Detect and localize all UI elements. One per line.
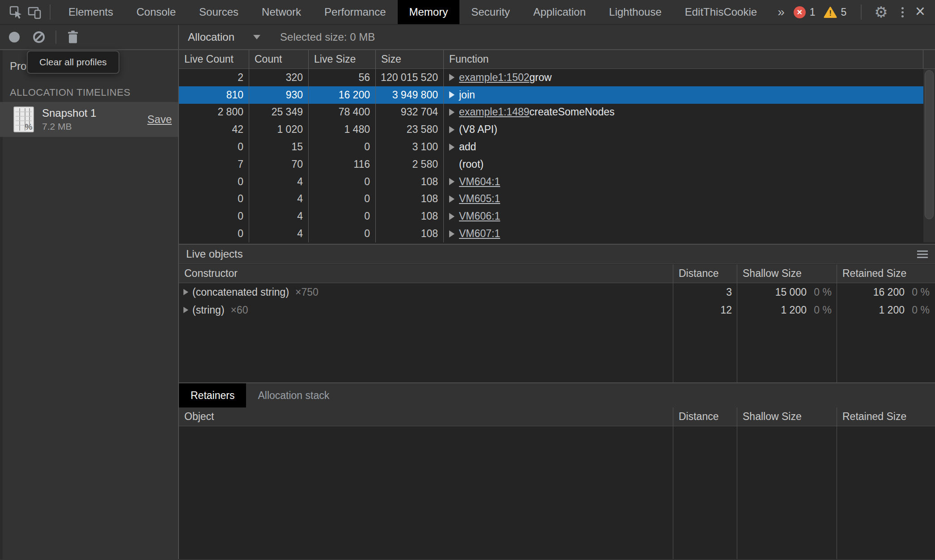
view-mode-select[interactable]: Allocation xyxy=(188,31,234,43)
cell-live-count: 0 xyxy=(179,173,249,191)
toolbar-separator xyxy=(55,30,56,44)
tab-sources[interactable]: Sources xyxy=(187,0,250,24)
table-row[interactable]: (string) ×60 12 1 200 0 % 1 200 0 % xyxy=(179,301,935,319)
cell-count: 4 xyxy=(249,225,309,242)
cell-function: join xyxy=(444,86,923,104)
cell-function: example1:1489 createSomeNodes xyxy=(444,104,923,121)
retained-size-value: 16 200 xyxy=(873,286,905,298)
source-link[interactable]: example1:1489 xyxy=(459,106,529,118)
save-snapshot-link[interactable]: Save xyxy=(147,113,172,126)
retainers-header: Object Distance Shallow Size Retained Si… xyxy=(179,407,935,426)
cell-live-count: 0 xyxy=(179,138,249,156)
live-objects-title: Live objects xyxy=(186,248,243,260)
clear-profiles-button[interactable] xyxy=(33,31,45,43)
column-divider xyxy=(737,264,737,382)
column-header-retained-size[interactable]: Retained Size xyxy=(837,407,935,426)
source-link[interactable]: VM604:1 xyxy=(459,176,500,188)
tab-editthiscookie[interactable]: EditThisCookie xyxy=(673,0,769,24)
cell-constructor: (concatenated string) ×750 xyxy=(179,283,673,301)
table-row[interactable]: 0 4 0 108 VM604:1 xyxy=(179,173,923,191)
tab-retainers[interactable]: Retainers xyxy=(179,383,246,407)
expand-triangle-icon[interactable] xyxy=(449,144,455,151)
cell-size: 120 015 520 xyxy=(376,69,444,86)
chevron-down-icon[interactable] xyxy=(253,35,260,39)
table-row[interactable]: 0 15 0 3 100 add xyxy=(179,138,923,156)
live-objects-section: Live objects Constructor Distance Shallo… xyxy=(179,244,935,382)
error-badge-icon[interactable]: × xyxy=(794,6,806,18)
table-row[interactable]: 0 4 0 108 VM607:1 xyxy=(179,225,923,242)
source-link[interactable]: VM605:1 xyxy=(459,193,500,205)
tab-elements[interactable]: Elements xyxy=(57,0,125,24)
expand-triangle-icon[interactable] xyxy=(183,289,188,295)
tab-memory[interactable]: Memory xyxy=(398,0,460,24)
delete-profile-button[interactable] xyxy=(67,30,79,44)
column-header-retained-size[interactable]: Retained Size xyxy=(837,264,935,283)
column-header-live-size[interactable]: Live Size xyxy=(309,50,376,68)
vertical-scrollbar[interactable] xyxy=(923,69,935,242)
snapshot-title: Snapshot 1 xyxy=(42,107,96,119)
tab-security[interactable]: Security xyxy=(459,0,522,24)
function-name: join xyxy=(459,89,475,101)
column-header-count[interactable]: Count xyxy=(249,50,309,68)
column-header-distance[interactable]: Distance xyxy=(673,264,737,283)
cell-live-count: 810 xyxy=(179,86,249,104)
snapshot-list-item[interactable]: % Snapshot 1 7.2 MB Save xyxy=(0,102,178,137)
cell-size: 108 xyxy=(376,225,444,242)
expand-triangle-icon[interactable] xyxy=(449,230,455,238)
kebab-menu-icon[interactable] xyxy=(894,7,911,17)
error-count[interactable]: 1 xyxy=(810,6,816,18)
settings-gear-icon[interactable]: ⚙ xyxy=(868,3,894,21)
column-header-live-count[interactable]: Live Count xyxy=(179,50,249,68)
table-row[interactable]: 7 70 116 2 580 (root) xyxy=(179,156,923,173)
table-row[interactable]: 0 4 0 108 VM606:1 xyxy=(179,208,923,225)
scrollbar-thumb[interactable] xyxy=(925,70,934,219)
column-header-shallow-size[interactable]: Shallow Size xyxy=(737,264,837,283)
warning-triangle-icon[interactable]: ! xyxy=(824,6,837,18)
table-row[interactable]: 2 800 25 349 78 400 932 704 example1:148… xyxy=(179,104,923,121)
tab-performance[interactable]: Performance xyxy=(313,0,397,24)
cell-live-count: 42 xyxy=(179,121,249,138)
tab-lighthouse[interactable]: Lighthouse xyxy=(597,0,673,24)
record-button[interactable] xyxy=(9,32,20,42)
source-link[interactable]: VM607:1 xyxy=(459,228,500,240)
function-name: (V8 API) xyxy=(459,123,497,136)
cell-shallow-size: 1 200 0 % xyxy=(737,301,837,319)
expand-triangle-icon[interactable] xyxy=(449,109,455,116)
expand-triangle-icon[interactable] xyxy=(449,91,455,98)
toggle-device-toolbar-button[interactable] xyxy=(25,0,44,24)
table-row[interactable]: 2 320 56 120 015 520 example1:1502 grow xyxy=(179,69,923,86)
close-icon[interactable]: × xyxy=(911,3,928,21)
column-header-size[interactable]: Size xyxy=(376,50,444,68)
function-name: add xyxy=(459,141,476,153)
hamburger-menu-icon[interactable] xyxy=(917,250,928,258)
table-row[interactable]: 0 4 0 108 VM605:1 xyxy=(179,191,923,208)
more-tabs-icon[interactable]: » xyxy=(769,5,794,19)
source-link[interactable]: VM606:1 xyxy=(459,210,500,222)
column-divider xyxy=(673,407,673,559)
expand-triangle-icon[interactable] xyxy=(449,74,455,81)
expand-triangle-icon[interactable] xyxy=(449,178,455,185)
column-header-distance[interactable]: Distance xyxy=(673,407,737,426)
cell-constructor: (string) ×60 xyxy=(179,301,673,319)
tabbar-separator xyxy=(861,4,862,20)
warning-count[interactable]: 5 xyxy=(841,6,847,18)
table-row[interactable]: (concatenated string) ×750 3 15 000 0 % … xyxy=(179,283,935,301)
table-row[interactable]: 42 1 020 1 480 23 580 (V8 API) xyxy=(179,121,923,138)
expand-triangle-icon[interactable] xyxy=(449,126,455,133)
cell-retained-size: 16 200 0 % xyxy=(837,283,935,301)
expand-triangle-icon[interactable] xyxy=(183,307,188,313)
column-header-constructor[interactable]: Constructor xyxy=(179,264,673,283)
tab-network[interactable]: Network xyxy=(250,0,313,24)
inspect-element-button[interactable] xyxy=(6,0,25,24)
column-header-object[interactable]: Object xyxy=(179,407,673,426)
expand-triangle-icon[interactable] xyxy=(449,213,455,220)
tab-allocation-stack[interactable]: Allocation stack xyxy=(246,383,341,407)
source-link[interactable]: example1:1502 xyxy=(459,72,529,84)
column-header-shallow-size[interactable]: Shallow Size xyxy=(737,407,837,426)
tab-application[interactable]: Application xyxy=(522,0,597,24)
table-row-selected[interactable]: 810 930 16 200 3 949 800 join xyxy=(179,86,923,104)
tab-console[interactable]: Console xyxy=(125,0,187,24)
expand-triangle-icon[interactable] xyxy=(449,195,455,203)
column-header-function[interactable]: Function xyxy=(444,50,923,68)
retainers-table: Object Distance Shallow Size Retained Si… xyxy=(179,407,935,559)
